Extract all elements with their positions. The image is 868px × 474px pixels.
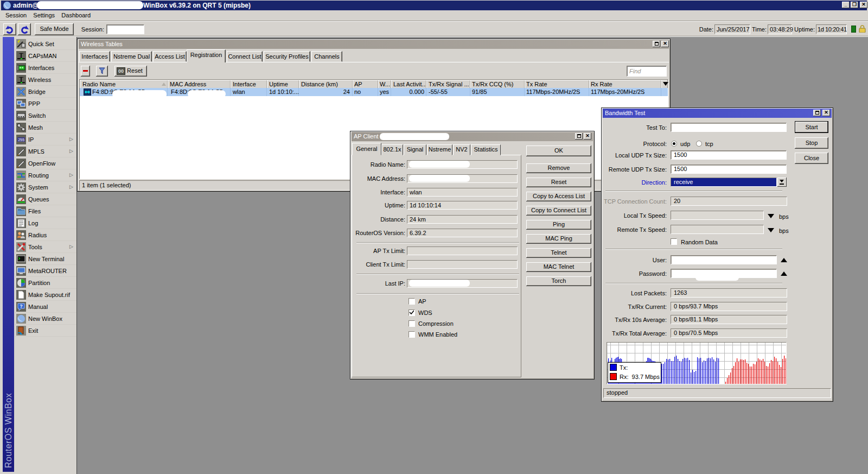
svg-text:255: 255 [18,138,24,142]
svg-text:?: ? [20,304,23,309]
